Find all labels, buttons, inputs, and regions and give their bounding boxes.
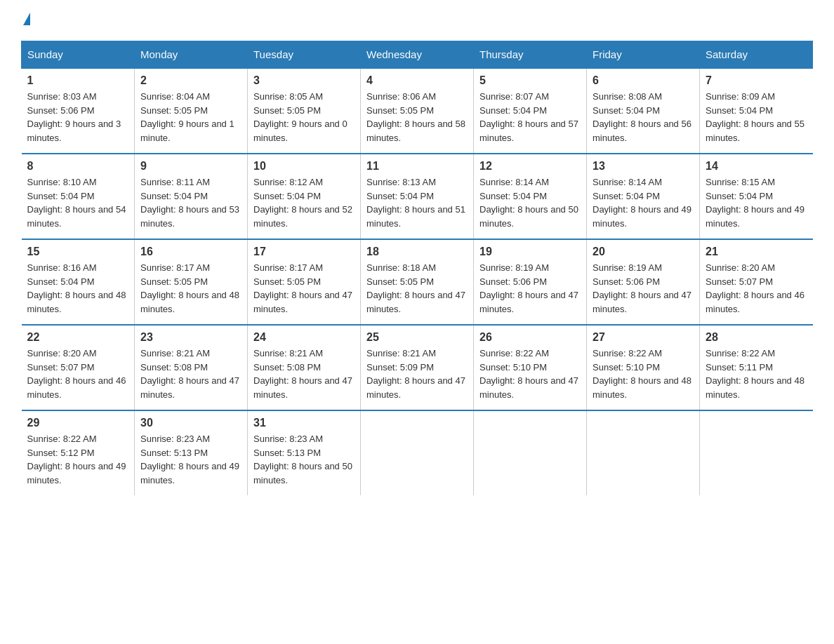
calendar-day-cell: 15 Sunrise: 8:16 AM Sunset: 5:04 PM Dayl… xyxy=(22,239,135,325)
calendar-day-cell: 1 Sunrise: 8:03 AM Sunset: 5:06 PM Dayli… xyxy=(22,68,135,154)
day-number: 23 xyxy=(140,331,241,344)
day-number: 5 xyxy=(479,74,581,87)
day-number: 18 xyxy=(366,246,468,258)
day-number: 31 xyxy=(253,417,355,429)
calendar-day-cell: 6 Sunrise: 8:08 AM Sunset: 5:04 PM Dayli… xyxy=(587,68,700,154)
day-info: Sunrise: 8:14 AM Sunset: 5:04 PM Dayligh… xyxy=(479,175,581,230)
day-info: Sunrise: 8:07 AM Sunset: 5:04 PM Dayligh… xyxy=(479,90,581,145)
day-info: Sunrise: 8:06 AM Sunset: 5:05 PM Dayligh… xyxy=(366,90,468,145)
day-number: 15 xyxy=(27,246,129,258)
day-number: 4 xyxy=(366,74,468,87)
day-info: Sunrise: 8:11 AM Sunset: 5:04 PM Dayligh… xyxy=(140,175,241,230)
day-info: Sunrise: 8:12 AM Sunset: 5:04 PM Dayligh… xyxy=(253,175,355,230)
weekday-header-tuesday: Tuesday xyxy=(248,41,361,69)
day-number: 30 xyxy=(140,417,241,429)
day-number: 7 xyxy=(706,74,807,87)
day-info: Sunrise: 8:17 AM Sunset: 5:05 PM Dayligh… xyxy=(253,261,355,316)
calendar-day-cell: 2 Sunrise: 8:04 AM Sunset: 5:05 PM Dayli… xyxy=(135,68,248,154)
calendar-day-cell: 8 Sunrise: 8:10 AM Sunset: 5:04 PM Dayli… xyxy=(22,154,135,239)
day-info: Sunrise: 8:20 AM Sunset: 5:07 PM Dayligh… xyxy=(706,261,807,316)
day-info: Sunrise: 8:15 AM Sunset: 5:04 PM Dayligh… xyxy=(706,175,807,230)
calendar-day-cell: 9 Sunrise: 8:11 AM Sunset: 5:04 PM Dayli… xyxy=(135,154,248,239)
day-info: Sunrise: 8:21 AM Sunset: 5:08 PM Dayligh… xyxy=(253,347,355,401)
day-info: Sunrise: 8:03 AM Sunset: 5:06 PM Dayligh… xyxy=(27,90,129,145)
day-info: Sunrise: 8:05 AM Sunset: 5:05 PM Dayligh… xyxy=(253,90,355,145)
calendar-day-cell: 20 Sunrise: 8:19 AM Sunset: 5:06 PM Dayl… xyxy=(587,239,700,325)
day-number: 16 xyxy=(140,246,241,258)
day-info: Sunrise: 8:20 AM Sunset: 5:07 PM Dayligh… xyxy=(27,347,129,401)
day-number: 19 xyxy=(479,246,581,258)
calendar-day-cell: 16 Sunrise: 8:17 AM Sunset: 5:05 PM Dayl… xyxy=(135,239,248,325)
calendar-day-cell: 18 Sunrise: 8:18 AM Sunset: 5:05 PM Dayl… xyxy=(361,239,474,325)
day-number: 8 xyxy=(27,160,129,173)
calendar-day-cell: 26 Sunrise: 8:22 AM Sunset: 5:10 PM Dayl… xyxy=(474,325,587,410)
day-number: 3 xyxy=(253,74,355,87)
calendar-week-row: 8 Sunrise: 8:10 AM Sunset: 5:04 PM Dayli… xyxy=(22,154,813,239)
day-info: Sunrise: 8:16 AM Sunset: 5:04 PM Dayligh… xyxy=(27,261,129,316)
day-info: Sunrise: 8:10 AM Sunset: 5:04 PM Dayligh… xyxy=(27,175,129,230)
day-number: 11 xyxy=(366,160,468,173)
weekday-header-friday: Friday xyxy=(587,41,700,69)
calendar-day-cell xyxy=(700,410,813,495)
calendar-day-cell: 24 Sunrise: 8:21 AM Sunset: 5:08 PM Dayl… xyxy=(248,325,361,410)
calendar-week-row: 15 Sunrise: 8:16 AM Sunset: 5:04 PM Dayl… xyxy=(22,239,813,325)
day-info: Sunrise: 8:23 AM Sunset: 5:13 PM Dayligh… xyxy=(253,432,355,487)
calendar-day-cell: 31 Sunrise: 8:23 AM Sunset: 5:13 PM Dayl… xyxy=(248,410,361,495)
calendar-day-cell xyxy=(587,410,700,495)
calendar-day-cell: 12 Sunrise: 8:14 AM Sunset: 5:04 PM Dayl… xyxy=(474,154,587,239)
day-number: 21 xyxy=(706,246,807,258)
day-info: Sunrise: 8:23 AM Sunset: 5:13 PM Dayligh… xyxy=(140,432,241,487)
calendar-day-cell: 19 Sunrise: 8:19 AM Sunset: 5:06 PM Dayl… xyxy=(474,239,587,325)
weekday-header-wednesday: Wednesday xyxy=(361,41,474,69)
logo-triangle-icon xyxy=(23,13,30,25)
calendar-day-cell: 17 Sunrise: 8:17 AM Sunset: 5:05 PM Dayl… xyxy=(248,239,361,325)
day-info: Sunrise: 8:19 AM Sunset: 5:06 PM Dayligh… xyxy=(479,261,581,316)
day-info: Sunrise: 8:22 AM Sunset: 5:12 PM Dayligh… xyxy=(27,432,129,487)
calendar-day-cell: 29 Sunrise: 8:22 AM Sunset: 5:12 PM Dayl… xyxy=(22,410,135,495)
day-info: Sunrise: 8:21 AM Sunset: 5:08 PM Dayligh… xyxy=(140,347,241,401)
logo xyxy=(21,14,30,27)
day-number: 28 xyxy=(706,331,807,344)
calendar-day-cell xyxy=(361,410,474,495)
day-info: Sunrise: 8:22 AM Sunset: 5:10 PM Dayligh… xyxy=(479,347,581,401)
day-info: Sunrise: 8:19 AM Sunset: 5:06 PM Dayligh… xyxy=(593,261,694,316)
day-info: Sunrise: 8:22 AM Sunset: 5:11 PM Dayligh… xyxy=(706,347,807,401)
day-info: Sunrise: 8:22 AM Sunset: 5:10 PM Dayligh… xyxy=(593,347,694,401)
weekday-header-monday: Monday xyxy=(135,41,248,69)
calendar-week-row: 22 Sunrise: 8:20 AM Sunset: 5:07 PM Dayl… xyxy=(22,325,813,410)
calendar-day-cell: 7 Sunrise: 8:09 AM Sunset: 5:04 PM Dayli… xyxy=(700,68,813,154)
day-info: Sunrise: 8:14 AM Sunset: 5:04 PM Dayligh… xyxy=(593,175,694,230)
calendar-day-cell: 30 Sunrise: 8:23 AM Sunset: 5:13 PM Dayl… xyxy=(135,410,248,495)
calendar-day-cell: 25 Sunrise: 8:21 AM Sunset: 5:09 PM Dayl… xyxy=(361,325,474,410)
calendar-day-cell: 10 Sunrise: 8:12 AM Sunset: 5:04 PM Dayl… xyxy=(248,154,361,239)
day-number: 20 xyxy=(593,246,694,258)
calendar-day-cell: 22 Sunrise: 8:20 AM Sunset: 5:07 PM Dayl… xyxy=(22,325,135,410)
day-number: 2 xyxy=(140,74,241,87)
calendar-header-row: SundayMondayTuesdayWednesdayThursdayFrid… xyxy=(22,41,813,69)
day-number: 9 xyxy=(140,160,241,173)
calendar-week-row: 1 Sunrise: 8:03 AM Sunset: 5:06 PM Dayli… xyxy=(22,68,813,154)
calendar-day-cell: 28 Sunrise: 8:22 AM Sunset: 5:11 PM Dayl… xyxy=(700,325,813,410)
day-info: Sunrise: 8:17 AM Sunset: 5:05 PM Dayligh… xyxy=(140,261,241,316)
calendar-week-row: 29 Sunrise: 8:22 AM Sunset: 5:12 PM Dayl… xyxy=(22,410,813,495)
day-info: Sunrise: 8:21 AM Sunset: 5:09 PM Dayligh… xyxy=(366,347,468,401)
weekday-header-thursday: Thursday xyxy=(474,41,587,69)
page-header xyxy=(21,14,813,27)
day-number: 13 xyxy=(593,160,694,173)
calendar-day-cell: 21 Sunrise: 8:20 AM Sunset: 5:07 PM Dayl… xyxy=(700,239,813,325)
day-number: 25 xyxy=(366,331,468,344)
calendar-day-cell: 5 Sunrise: 8:07 AM Sunset: 5:04 PM Dayli… xyxy=(474,68,587,154)
day-number: 24 xyxy=(253,331,355,344)
day-info: Sunrise: 8:13 AM Sunset: 5:04 PM Dayligh… xyxy=(366,175,468,230)
weekday-header-saturday: Saturday xyxy=(700,41,813,69)
calendar-table: SundayMondayTuesdayWednesdayThursdayFrid… xyxy=(21,41,813,495)
day-number: 14 xyxy=(706,160,807,173)
calendar-day-cell: 11 Sunrise: 8:13 AM Sunset: 5:04 PM Dayl… xyxy=(361,154,474,239)
calendar-day-cell: 3 Sunrise: 8:05 AM Sunset: 5:05 PM Dayli… xyxy=(248,68,361,154)
day-number: 17 xyxy=(253,246,355,258)
calendar-day-cell: 23 Sunrise: 8:21 AM Sunset: 5:08 PM Dayl… xyxy=(135,325,248,410)
weekday-header-sunday: Sunday xyxy=(22,41,135,69)
day-number: 12 xyxy=(479,160,581,173)
calendar-day-cell: 14 Sunrise: 8:15 AM Sunset: 5:04 PM Dayl… xyxy=(700,154,813,239)
calendar-day-cell: 13 Sunrise: 8:14 AM Sunset: 5:04 PM Dayl… xyxy=(587,154,700,239)
